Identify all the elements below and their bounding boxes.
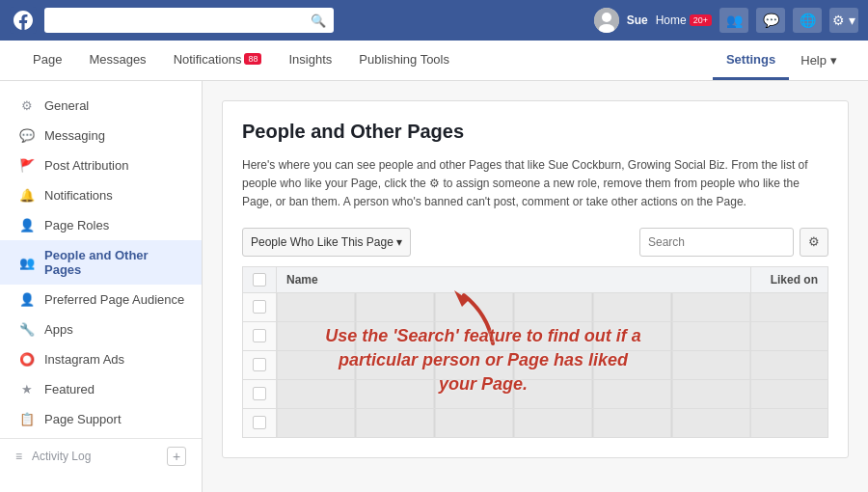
filter-gear-button[interactable]: ⚙ <box>800 228 828 257</box>
sidebar-footer: ≡ Activity Log + <box>0 438 202 474</box>
notification-badge: 88 <box>244 53 261 65</box>
messages-icon-btn[interactable]: 💬 <box>756 8 785 33</box>
person2-icon: 👤 <box>19 292 35 307</box>
page-title: People and Other Pages <box>242 121 828 143</box>
table-row <box>243 292 828 321</box>
blurred-date-cell <box>751 321 828 350</box>
sidebar-item-featured[interactable]: ★ Featured <box>0 374 202 404</box>
sidebar-label-page-support: Page Support <box>44 412 122 426</box>
blurred-name-cell <box>277 292 751 321</box>
search-icon: 🔍 <box>311 14 326 28</box>
filter-label: People Who Like This Page ▾ <box>251 235 402 249</box>
star-icon: ★ <box>19 382 35 396</box>
person-icon: 👤 <box>19 218 35 232</box>
sidebar: ⚙ General 💬 Messaging 🚩 Post Attribution… <box>0 81 203 492</box>
nav-messages[interactable]: Messages <box>75 41 159 80</box>
people-filter-select[interactable]: People Who Like This Page ▾ <box>242 228 411 257</box>
page-nav-right: Settings Help ▾ <box>713 41 849 80</box>
content-description: Here's where you can see people and othe… <box>242 156 828 212</box>
sidebar-label-apps: Apps <box>44 322 73 337</box>
avatar <box>594 8 619 33</box>
row-checkbox[interactable] <box>253 387 266 400</box>
sidebar-label-preferred-page-audience: Preferred Page Audience <box>44 292 184 307</box>
message-icon: 💬 <box>19 128 35 143</box>
table-wrapper: Name Liked on <box>242 266 828 438</box>
sidebar-item-instagram-ads[interactable]: ⭕ Instagram Ads <box>0 344 202 374</box>
sidebar-item-general[interactable]: ⚙ General <box>0 91 202 121</box>
annotation-text: Use the 'Search' feature to find out if … <box>319 324 647 397</box>
svg-point-1 <box>602 13 611 22</box>
sidebar-item-messaging[interactable]: 💬 Messaging <box>0 121 202 150</box>
wrench-icon: 🔧 <box>19 322 35 337</box>
search-input[interactable]: Sue Cockburn, Growing Social Biz <box>52 14 305 28</box>
sidebar-item-notifications[interactable]: 🔔 Notifications <box>0 180 202 210</box>
col-liked-on: Liked on <box>751 266 828 292</box>
blurred-date-cell <box>751 408 828 437</box>
sidebar-label-general: General <box>44 98 89 113</box>
nav-page[interactable]: Page <box>19 41 75 80</box>
sidebar-item-page-roles[interactable]: 👤 Page Roles <box>0 210 202 240</box>
friends-icon-btn[interactable]: 👥 <box>719 8 748 33</box>
blurred-date-cell <box>751 350 828 379</box>
sidebar-label-instagram-ads: Instagram Ads <box>44 352 124 367</box>
page-nav: Page Messages Notifications 88 Insights … <box>0 41 868 81</box>
sidebar-item-preferred-page-audience[interactable]: 👤 Preferred Page Audience <box>0 285 202 314</box>
top-bar: Sue Cockburn, Growing Social Biz 🔍 Sue H… <box>0 0 868 41</box>
sidebar-label-page-roles: Page Roles <box>44 218 109 232</box>
table-row <box>243 408 828 437</box>
sidebar-item-post-attribution[interactable]: 🚩 Post Attribution <box>0 150 202 180</box>
select-all-checkbox[interactable] <box>253 273 266 287</box>
top-bar-right: Sue Home 20+ 👥 💬 🌐 ⚙ ▾ <box>594 8 858 33</box>
add-button[interactable]: + <box>167 447 186 466</box>
user-name: Sue <box>627 14 648 27</box>
sidebar-item-people-other-pages[interactable]: 👥 People and Other Pages <box>0 240 202 285</box>
settings-icon-btn[interactable]: ⚙ ▾ <box>829 8 858 33</box>
sidebar-label-notifications: Notifications <box>44 188 113 203</box>
globe-icon-btn[interactable]: 🌐 <box>793 8 822 33</box>
fb-logo <box>10 7 37 34</box>
row-checkbox[interactable] <box>253 329 266 342</box>
row-checkbox[interactable] <box>253 358 266 371</box>
filter-row: People Who Like This Page ▾ ⚙ <box>242 228 828 257</box>
home-button[interactable]: Home 20+ <box>656 14 712 27</box>
nav-notifications[interactable]: Notifications 88 <box>160 41 276 80</box>
content-card: People and Other Pages Here's where you … <box>222 100 849 458</box>
col-name: Name <box>277 266 751 292</box>
sidebar-label-activity-log: Activity Log <box>32 450 91 463</box>
sidebar-label-post-attribution: Post Attribution <box>44 158 128 173</box>
nav-publishing-tools[interactable]: Publishing Tools <box>345 41 463 80</box>
nav-help[interactable]: Help ▾ <box>789 41 849 80</box>
clipboard-icon: 📋 <box>19 412 35 426</box>
people-icon: 👥 <box>19 256 35 270</box>
search-input-wrap: ⚙ <box>639 228 828 257</box>
instagram-icon: ⭕ <box>19 352 35 367</box>
nav-settings[interactable]: Settings <box>713 41 789 80</box>
sidebar-label-messaging: Messaging <box>44 128 105 143</box>
sidebar-label-people-other-pages: People and Other Pages <box>44 248 186 277</box>
nav-insights[interactable]: Insights <box>275 41 345 80</box>
content-area: People and Other Pages Here's where you … <box>203 81 868 492</box>
sidebar-label-featured: Featured <box>44 382 95 396</box>
row-checkbox[interactable] <box>253 416 266 429</box>
top-search-bar[interactable]: Sue Cockburn, Growing Social Biz 🔍 <box>44 8 334 33</box>
flag-icon: 🚩 <box>19 158 35 173</box>
blurred-date-cell <box>751 292 828 321</box>
blurred-date-cell <box>751 379 828 408</box>
main-layout: ⚙ General 💬 Messaging 🚩 Post Attribution… <box>0 81 868 492</box>
gear-icon: ⚙ <box>19 98 35 113</box>
search-input[interactable] <box>639 228 794 257</box>
list-icon: ≡ <box>15 450 22 463</box>
row-checkbox[interactable] <box>253 300 266 314</box>
blurred-name-cell <box>277 408 751 437</box>
col-checkbox <box>243 266 277 292</box>
sidebar-item-apps[interactable]: 🔧 Apps <box>0 314 202 344</box>
sidebar-item-page-support[interactable]: 📋 Page Support <box>0 404 202 434</box>
bell-icon: 🔔 <box>19 188 35 203</box>
